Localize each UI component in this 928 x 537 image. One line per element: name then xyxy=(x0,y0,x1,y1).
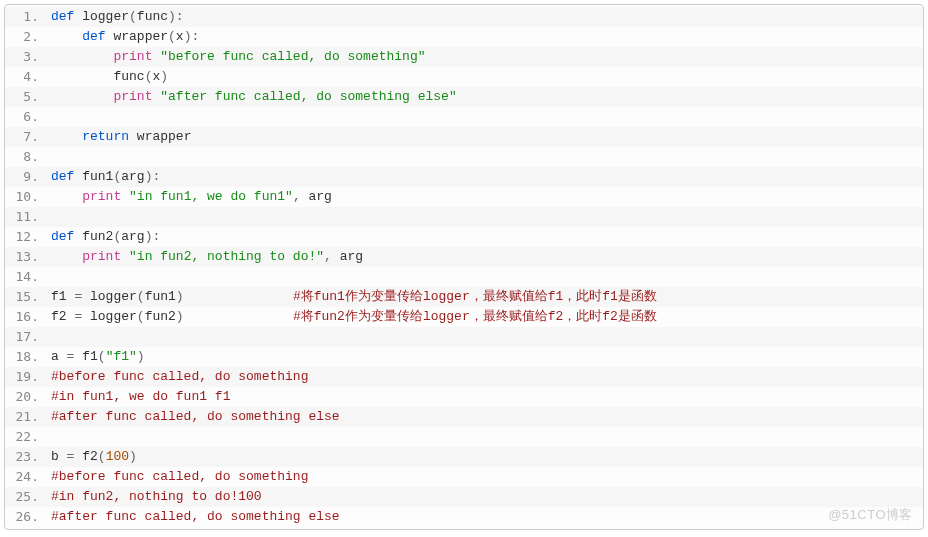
code-line: 22 xyxy=(5,427,923,447)
code-line: 14 xyxy=(5,267,923,287)
line-number: 13 xyxy=(5,247,45,267)
code-content: def wrapper(x): xyxy=(45,27,923,47)
token-punct: = xyxy=(67,349,83,364)
code-line: 9def fun1(arg): xyxy=(5,167,923,187)
token-name xyxy=(51,129,82,144)
line-number: 26 xyxy=(5,507,45,527)
token-kw: def xyxy=(51,229,82,244)
code-content: f1 = logger(fun1) #将fun1作为变量传给logger，最终赋… xyxy=(45,287,923,307)
code-line: 25#in fun2, nothing to do!100 xyxy=(5,487,923,507)
token-comment: #将fun1作为变量传给logger，最终赋值给f1，此时f1是函数 xyxy=(293,289,657,304)
token-str: "before func called, do something" xyxy=(160,49,425,64)
code-line: 15f1 = logger(fun1) #将fun1作为变量传给logger，最… xyxy=(5,287,923,307)
token-fn: fun2 xyxy=(82,229,113,244)
line-number: 3 xyxy=(5,47,45,67)
code-content: #in fun2, nothing to do!100 xyxy=(45,487,923,507)
line-number: 22 xyxy=(5,427,45,447)
token-fn: f2 xyxy=(82,449,98,464)
token-fn: logger xyxy=(82,9,129,24)
code-content: #in fun1, we do fun1 f1 xyxy=(45,387,923,407)
line-number: 19 xyxy=(5,367,45,387)
token-punct: = xyxy=(74,289,90,304)
token-punct: ( xyxy=(98,349,106,364)
code-line: 10 print "in fun1, we do fun1", arg xyxy=(5,187,923,207)
code-line: 20#in fun1, we do fun1 f1 xyxy=(5,387,923,407)
token-punct: ( xyxy=(168,29,176,44)
token-name: arg xyxy=(308,189,331,204)
code-content: #before func called, do something xyxy=(45,367,923,387)
code-lines-container: 1def logger(func):2 def wrapper(x):3 pri… xyxy=(5,7,923,527)
code-line: 18a = f1("f1") xyxy=(5,347,923,367)
code-block: 1def logger(func):2 def wrapper(x):3 pri… xyxy=(4,4,924,530)
line-number: 8 xyxy=(5,147,45,167)
line-number: 24 xyxy=(5,467,45,487)
token-punct: ) xyxy=(160,69,168,84)
code-line: 16f2 = logger(fun2) #将fun2作为变量传给logger，最… xyxy=(5,307,923,327)
code-line: 7 return wrapper xyxy=(5,127,923,147)
token-str: "in fun1, we do fun1" xyxy=(129,189,293,204)
code-line: 2 def wrapper(x): xyxy=(5,27,923,47)
line-number: 25 xyxy=(5,487,45,507)
code-content: b = f2(100) xyxy=(45,447,923,467)
line-number: 15 xyxy=(5,287,45,307)
token-punct: ( xyxy=(98,449,106,464)
code-line: 21#after func called, do something else xyxy=(5,407,923,427)
token-name xyxy=(184,289,293,304)
code-content: #after func called, do something else xyxy=(45,407,923,427)
token-punct: ( xyxy=(137,289,145,304)
token-name xyxy=(184,309,293,324)
code-line: 23b = f2(100) xyxy=(5,447,923,467)
token-comment: #before func called, do something xyxy=(51,469,308,484)
code-content: print "in fun1, we do fun1", arg xyxy=(45,187,923,207)
token-name: arg xyxy=(121,169,144,184)
token-num: 100 xyxy=(106,449,129,464)
token-name xyxy=(51,249,82,264)
line-number: 9 xyxy=(5,167,45,187)
token-punct: ): xyxy=(168,9,184,24)
token-name: fun1 xyxy=(145,289,176,304)
token-builtin: print xyxy=(82,249,121,264)
line-number: 23 xyxy=(5,447,45,467)
line-number: 11 xyxy=(5,207,45,227)
code-content: print "in fun2, nothing to do!", arg xyxy=(45,247,923,267)
token-kw: def xyxy=(51,169,82,184)
token-fn: logger xyxy=(90,309,137,324)
token-punct: = xyxy=(67,449,83,464)
token-name: b xyxy=(51,449,67,464)
token-builtin: print xyxy=(113,49,152,64)
token-punct: ( xyxy=(137,309,145,324)
line-number: 2 xyxy=(5,27,45,47)
code-line: 19#before func called, do something xyxy=(5,367,923,387)
code-line: 11 xyxy=(5,207,923,227)
token-fn: wrapper xyxy=(113,29,168,44)
token-punct: ) xyxy=(137,349,145,364)
line-number: 20 xyxy=(5,387,45,407)
token-name xyxy=(51,29,82,44)
code-line: 13 print "in fun2, nothing to do!", arg xyxy=(5,247,923,267)
line-number: 7 xyxy=(5,127,45,147)
code-line: 3 print "before func called, do somethin… xyxy=(5,47,923,67)
code-content: a = f1("f1") xyxy=(45,347,923,367)
token-fn: logger xyxy=(90,289,137,304)
token-name: fun2 xyxy=(145,309,176,324)
code-line: 24#before func called, do something xyxy=(5,467,923,487)
token-name: wrapper xyxy=(137,129,192,144)
token-name xyxy=(51,69,113,84)
token-comment: #after func called, do something else xyxy=(51,409,340,424)
code-line: 8 xyxy=(5,147,923,167)
token-fn: f1 xyxy=(82,349,98,364)
line-number: 14 xyxy=(5,267,45,287)
token-name: arg xyxy=(121,229,144,244)
token-str: "after func called, do something else" xyxy=(160,89,456,104)
token-punct: ): xyxy=(145,169,161,184)
line-number: 12 xyxy=(5,227,45,247)
token-comment: #in fun1, we do fun1 f1 xyxy=(51,389,230,404)
token-fn: func xyxy=(113,69,144,84)
line-number: 4 xyxy=(5,67,45,87)
line-number: 21 xyxy=(5,407,45,427)
code-content: def logger(func): xyxy=(45,7,923,27)
code-content: def fun2(arg): xyxy=(45,227,923,247)
token-punct: ): xyxy=(145,229,161,244)
token-name: x xyxy=(176,29,184,44)
token-kw: def xyxy=(82,29,113,44)
